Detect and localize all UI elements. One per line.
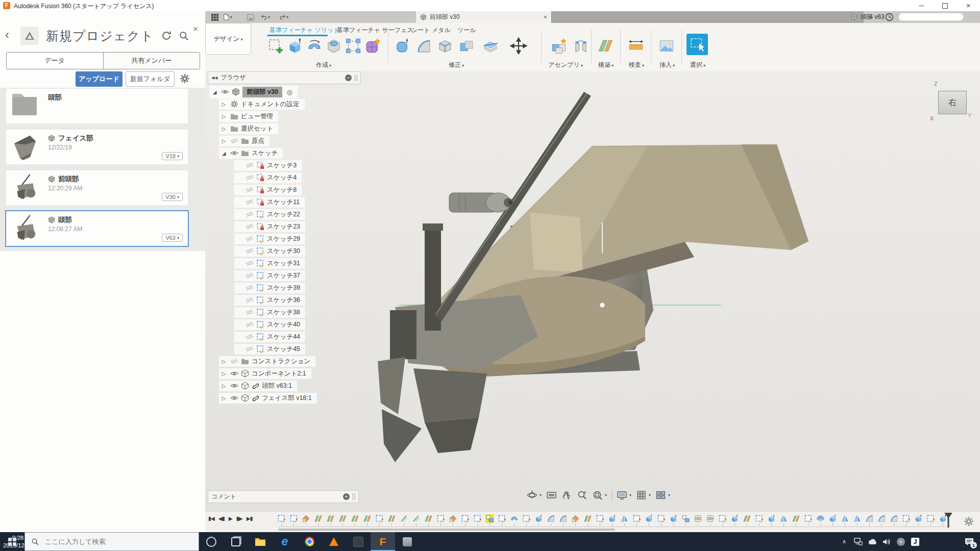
expand-icon[interactable]: ▷: [220, 126, 228, 132]
group-label-create[interactable]: 作成: [316, 61, 331, 69]
timeline-position-marker[interactable]: [944, 513, 952, 528]
visibility-eye-icon[interactable]: [246, 186, 254, 194]
browser-row[interactable]: ▷ドキュメントの設定: [208, 98, 376, 110]
timeline-feature-revolve[interactable]: [510, 514, 519, 523]
visibility-eye-icon[interactable]: [246, 235, 254, 243]
timeline-feature-sketch[interactable]: [461, 514, 470, 523]
drag-handle[interactable]: [355, 74, 357, 81]
tab-close-icon[interactable]: ×: [543, 13, 547, 21]
timeline-feature-extrude[interactable]: [828, 514, 837, 523]
search-icon[interactable]: [179, 31, 189, 41]
visibility-eye-icon[interactable]: [246, 271, 254, 280]
design-item[interactable]: フェイス部12/22/19V18▾: [6, 130, 188, 164]
shell-button[interactable]: [436, 36, 454, 56]
new-folder-button[interactable]: 新規フォルダ: [126, 71, 175, 87]
browser-row[interactable]: スケッチ44: [208, 331, 376, 343]
browser-row[interactable]: スケッチ45: [208, 343, 376, 355]
workspace-selector[interactable]: デザイン: [205, 23, 251, 55]
ribbon-tab-surface[interactable]: 基準フィーチャ サーフェス: [337, 26, 413, 35]
browser-row[interactable]: スケッチ37: [208, 269, 376, 282]
go-to-start-button[interactable]: ▮◀: [208, 515, 214, 521]
timeline-feature-sketch[interactable]: [498, 514, 506, 523]
fillet-button[interactable]: [414, 36, 433, 56]
browser-row[interactable]: スケッチ4: [208, 171, 376, 184]
account-pill[interactable]: [898, 13, 964, 21]
timeline-feature-axis[interactable]: [412, 514, 421, 523]
timeline-feature-plane[interactable]: [326, 514, 335, 523]
file-menu-icon[interactable]: [224, 13, 232, 21]
visibility-eye-icon[interactable]: [246, 210, 254, 218]
move-button[interactable]: [509, 36, 528, 56]
browser-row[interactable]: スケッチ3: [208, 159, 376, 171]
visibility-eye-icon[interactable]: [221, 88, 229, 96]
timeline-feature-extrude[interactable]: [608, 514, 617, 523]
browser-row[interactable]: スケッチ29: [208, 233, 376, 245]
pan-icon[interactable]: [561, 490, 572, 500]
timeline-feature-fillet[interactable]: [547, 514, 555, 523]
timeline-feature-plane[interactable]: [387, 514, 396, 523]
chrome-browser-icon[interactable]: [297, 532, 322, 551]
timeline-feature-mirror[interactable]: [853, 514, 862, 523]
browser-row[interactable]: スケッチ22: [208, 208, 376, 220]
browser-row[interactable]: ▷頭部 v63:1: [208, 380, 376, 392]
timeline-feature-sketch[interactable]: [718, 514, 727, 523]
start-button[interactable]: [0, 532, 24, 551]
measure-button[interactable]: [627, 36, 645, 56]
group-label-inspect[interactable]: 検査: [629, 61, 644, 69]
insert-image-button[interactable]: [657, 36, 676, 56]
collapse-icon[interactable]: ◢: [220, 151, 228, 156]
timeline-feature-plane[interactable]: [583, 514, 592, 523]
new-tab-icon[interactable]: +: [869, 12, 873, 21]
browser-row[interactable]: スケッチ40: [208, 318, 376, 331]
timeline-feature-sketch[interactable]: [473, 514, 482, 523]
remove-icon[interactable]: −: [345, 74, 352, 81]
browser-row[interactable]: スケッチ36: [208, 294, 376, 306]
visibility-eye-icon[interactable]: [246, 173, 254, 182]
visibility-eye-icon[interactable]: [246, 296, 254, 304]
fusion-360-taskbar-icon[interactable]: F: [371, 532, 395, 551]
viewports-icon[interactable]: [655, 490, 670, 500]
activate-component-radio[interactable]: ◎: [287, 88, 292, 96]
design-item[interactable]: 頭部12:08:27 AMV63▾: [6, 211, 188, 246]
save-icon[interactable]: [246, 13, 255, 21]
undo-icon[interactable]: [261, 13, 270, 21]
new-component-button[interactable]: [550, 36, 569, 56]
step-forward-button[interactable]: ▮▶: [236, 515, 242, 521]
timeline-feature-sketch[interactable]: [632, 514, 641, 523]
upload-button[interactable]: アップロード: [76, 71, 122, 87]
document-tab-inactive[interactable]: 頭部 v63 ×: [551, 11, 864, 23]
browser-row[interactable]: スケッチ39: [208, 282, 376, 294]
collapse-panel-icon[interactable]: ◀◀: [211, 76, 217, 80]
expand-icon[interactable]: ▷: [220, 359, 228, 364]
timeline-feature-extrude[interactable]: [767, 514, 776, 523]
expand-icon[interactable]: ▷: [220, 102, 228, 107]
visibility-eye-icon[interactable]: [246, 222, 254, 231]
status-x-icon[interactable]: ×: [894, 532, 908, 551]
edge-browser-icon[interactable]: e: [273, 532, 297, 551]
drag-handle[interactable]: [353, 493, 355, 500]
visibility-eye-icon[interactable]: [246, 198, 254, 206]
timeline-feature-sphere[interactable]: [816, 514, 825, 523]
timeline-feature-sketch[interactable]: [436, 514, 445, 523]
create-sketch-button[interactable]: [266, 36, 285, 56]
orbit-icon[interactable]: [527, 490, 542, 500]
visibility-eye-icon[interactable]: [246, 161, 254, 169]
ribbon-tab-solid[interactable]: 基準フィーチャ ソリッド: [270, 26, 340, 35]
timeline-feature-plane[interactable]: [351, 514, 359, 523]
browser-row[interactable]: スケッチ31: [208, 257, 376, 269]
timeline-feature-extrude[interactable]: [534, 514, 543, 523]
tab-data[interactable]: データ: [7, 53, 103, 69]
timeline-feature-fillet[interactable]: [865, 514, 874, 523]
timeline-feature-doc[interactable]: [571, 514, 580, 523]
look-at-icon[interactable]: [546, 490, 557, 500]
group-label-assemble[interactable]: アセンブリ: [548, 61, 582, 69]
timeline-feature-doc[interactable]: [302, 514, 310, 523]
display-settings-icon[interactable]: [617, 490, 631, 500]
timeline-feature-doc[interactable]: [449, 514, 457, 523]
timeline-feature-plane[interactable]: [743, 514, 751, 523]
network-icon[interactable]: [851, 532, 865, 551]
visibility-eye-icon[interactable]: [246, 284, 254, 292]
expand-icon[interactable]: ▷: [220, 383, 228, 389]
timeline-feature-extrude[interactable]: [669, 514, 678, 523]
design-item[interactable]: 前頭部12:20:29 AMV30▾: [6, 170, 188, 205]
